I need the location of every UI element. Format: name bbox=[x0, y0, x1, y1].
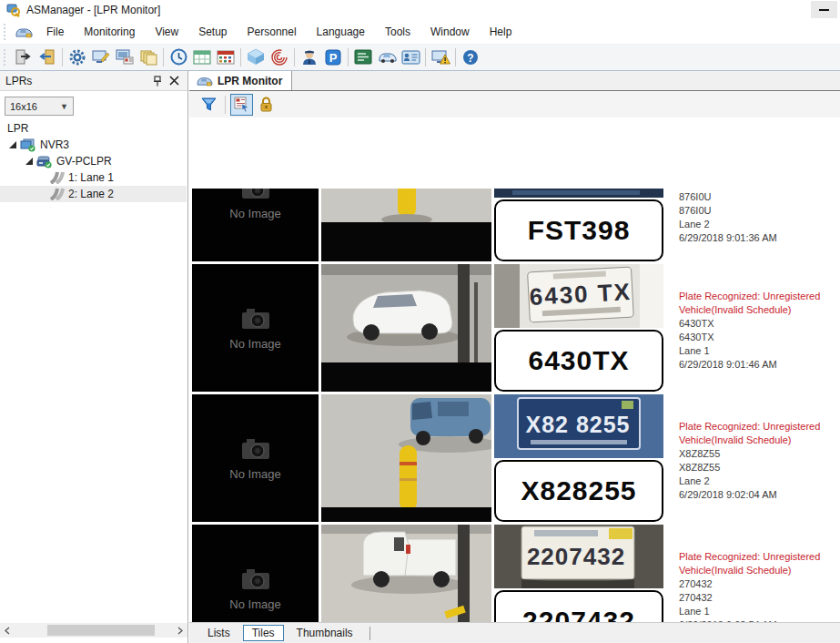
minimize-button[interactable] bbox=[811, 1, 837, 18]
event-row-1[interactable]: No Image FST398 bbox=[192, 189, 840, 261]
tab-lpr-monitor[interactable]: LPR Monitor bbox=[189, 71, 292, 90]
copy-icon bbox=[139, 49, 157, 66]
menu-window[interactable]: Window bbox=[420, 23, 480, 41]
context-image-tile[interactable]: No Image bbox=[192, 264, 319, 392]
tab-label: LPR Monitor bbox=[218, 75, 282, 87]
view-tab-separator bbox=[369, 627, 370, 640]
live-mode-button[interactable] bbox=[230, 94, 253, 116]
plate-number-box[interactable]: 6430TX bbox=[494, 330, 663, 392]
lpr-monitor-area: LPR Monitor bbox=[189, 71, 840, 643]
vehicle-image-tile[interactable] bbox=[321, 264, 491, 392]
event-info[interactable]: Plate Recognized: Unregistered Vehicle(I… bbox=[679, 394, 835, 522]
horizontal-scrollbar[interactable] bbox=[0, 623, 187, 638]
icon-size-select[interactable]: 16x16 ▼ bbox=[5, 97, 74, 116]
plate-column: FST398 bbox=[494, 189, 663, 261]
panel-title: LPRs bbox=[5, 75, 32, 87]
event-info[interactable]: 876I0U 876I0U Lane 2 6/29/2018 9:01:36 A… bbox=[679, 189, 835, 261]
view-tab-lists[interactable]: Lists bbox=[198, 625, 239, 641]
vehicle-image-tile[interactable] bbox=[321, 189, 491, 261]
child-window-icon bbox=[15, 26, 33, 38]
clock-button[interactable] bbox=[167, 46, 190, 68]
no-image-camera-icon bbox=[239, 566, 272, 591]
tree-node-label: 1: Lane 1 bbox=[68, 171, 114, 184]
plate-photo-tile[interactable]: X82 8255 bbox=[494, 394, 663, 458]
timestamp: 6/29/2018 9:02:04 AM bbox=[679, 488, 835, 502]
3d-cube-icon bbox=[247, 48, 265, 66]
monitor-edit-button[interactable] bbox=[89, 46, 113, 68]
main-toolbar: P ? bbox=[0, 44, 840, 71]
monitor-alert-button[interactable] bbox=[429, 46, 452, 68]
event-info[interactable]: Plate Recognized: Unregistered Vehicle(I… bbox=[679, 264, 835, 392]
menu-setup[interactable]: Setup bbox=[188, 23, 237, 41]
scrollbar-thumb[interactable] bbox=[47, 625, 155, 636]
recognized-plate: X8Z8Z55 bbox=[679, 461, 835, 475]
recognized-plate: 6430TX bbox=[679, 331, 835, 344]
scroll-right-arrow[interactable] bbox=[173, 623, 187, 638]
view-tab-thumbnails[interactable]: Thumbnails bbox=[288, 625, 362, 641]
tree-node-gv-pclpr[interactable]: GV-PCLPR bbox=[0, 153, 187, 169]
monitor-toolbar bbox=[189, 91, 840, 117]
context-image-tile[interactable]: No Image bbox=[192, 525, 319, 622]
plate-photo bbox=[494, 189, 663, 198]
login-button[interactable] bbox=[12, 46, 35, 68]
menu-monitoring[interactable]: Monitoring bbox=[74, 23, 145, 41]
nvr-icon bbox=[20, 138, 36, 152]
event-row-3[interactable]: No Image bbox=[192, 394, 840, 522]
schedule-table-button[interactable] bbox=[190, 46, 214, 68]
context-image-tile[interactable]: No Image bbox=[192, 394, 319, 522]
plate-number-box[interactable]: FST398 bbox=[494, 199, 663, 261]
plate-number-box[interactable]: 2207432 bbox=[494, 590, 663, 622]
vehicle-button[interactable] bbox=[375, 46, 399, 68]
help-button[interactable]: ? bbox=[459, 46, 482, 68]
pin-button[interactable] bbox=[149, 74, 166, 88]
filter-button[interactable] bbox=[197, 94, 220, 116]
spiral-button[interactable] bbox=[268, 46, 291, 68]
plate-photo: 2207432 bbox=[494, 525, 663, 588]
event-row-2[interactable]: No Image bbox=[192, 264, 840, 392]
plate-photo-tile[interactable] bbox=[494, 189, 663, 198]
lock-button[interactable] bbox=[255, 94, 278, 116]
menu-personnel[interactable]: Personnel bbox=[238, 23, 307, 41]
menu-help[interactable]: Help bbox=[480, 23, 522, 41]
event-tile-grid: No Image FST398 bbox=[189, 189, 840, 622]
event-info[interactable]: Plate Recognized: Unregistered Vehicle(I… bbox=[679, 525, 835, 622]
vehicle-image-tile[interactable] bbox=[321, 394, 491, 522]
recognized-plate: X8Z8Z55 bbox=[679, 447, 835, 461]
tree-root-lpr[interactable]: LPR bbox=[0, 120, 187, 137]
lpr-list-button[interactable] bbox=[351, 46, 375, 68]
view-mode-bar: Lists Tiles Thumbnails bbox=[189, 622, 840, 643]
no-image-label: No Image bbox=[229, 597, 280, 611]
officer-icon bbox=[301, 48, 318, 66]
calendar-button[interactable] bbox=[214, 46, 238, 68]
plate-photo-tile[interactable]: 6430 TX bbox=[494, 264, 663, 328]
close-panel-button[interactable] bbox=[166, 74, 182, 88]
plate-photo-tile[interactable]: 2207432 bbox=[494, 525, 663, 588]
3d-view-button[interactable] bbox=[244, 46, 268, 68]
monitor-card-button[interactable] bbox=[113, 46, 137, 68]
menu-bar: File Monitoring View Setup Personnel Lan… bbox=[0, 20, 840, 44]
lpr-device-icon bbox=[36, 155, 53, 168]
tree-node-nvr3[interactable]: NVR3 bbox=[0, 137, 187, 153]
title-bar: ASManager - [LPR Monitor] bbox=[0, 0, 840, 20]
expand-arrow-icon bbox=[9, 141, 16, 148]
toolbar-separator bbox=[240, 48, 241, 66]
id-card-button[interactable] bbox=[399, 46, 422, 68]
tree-node-lane1[interactable]: 1: Lane 1 bbox=[0, 169, 187, 186]
menu-view[interactable]: View bbox=[145, 23, 188, 41]
personnel-button[interactable] bbox=[298, 46, 321, 68]
tree-node-lane2[interactable]: 2: Lane 2 bbox=[0, 186, 187, 202]
menu-file[interactable]: File bbox=[36, 23, 74, 41]
event-row-4[interactable]: No Image bbox=[192, 525, 840, 622]
settings-button[interactable] bbox=[66, 46, 89, 68]
vehicle-image-tile[interactable] bbox=[321, 525, 491, 622]
menu-language[interactable]: Language bbox=[307, 23, 375, 41]
context-image-tile[interactable]: No Image bbox=[192, 189, 319, 261]
logout-button[interactable] bbox=[35, 46, 59, 68]
plate-number-box[interactable]: X828255 bbox=[494, 460, 663, 522]
menu-tools[interactable]: Tools bbox=[375, 23, 420, 41]
copy-button[interactable] bbox=[137, 46, 160, 68]
help-icon: ? bbox=[462, 49, 479, 66]
view-tab-tiles[interactable]: Tiles bbox=[243, 625, 284, 641]
parking-button[interactable]: P bbox=[321, 46, 345, 68]
scroll-left-arrow[interactable] bbox=[0, 623, 15, 638]
